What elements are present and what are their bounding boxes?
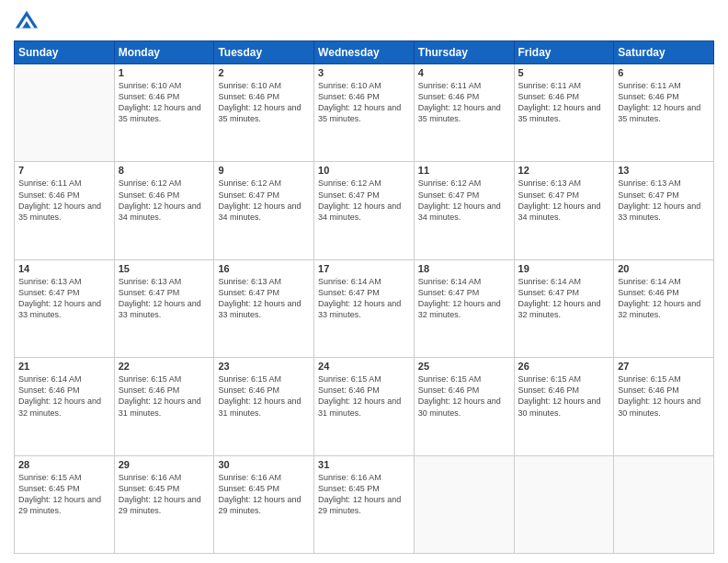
calendar-cell: 22Sunrise: 6:15 AM Sunset: 6:46 PM Dayli…: [114, 358, 214, 455]
calendar-cell: 2Sunrise: 6:10 AM Sunset: 6:46 PM Daylig…: [214, 64, 314, 162]
calendar-cell: 28Sunrise: 6:15 AM Sunset: 6:45 PM Dayli…: [15, 455, 115, 553]
day-number: 24: [318, 361, 410, 372]
day-number: 18: [418, 263, 510, 274]
day-number: 23: [218, 361, 310, 372]
day-info: Sunrise: 6:13 AM Sunset: 6:47 PM Dayligh…: [119, 276, 210, 321]
calendar-week-row: 21Sunrise: 6:14 AM Sunset: 6:46 PM Dayli…: [15, 358, 714, 455]
day-info: Sunrise: 6:11 AM Sunset: 6:46 PM Dayligh…: [618, 80, 710, 125]
day-info: Sunrise: 6:10 AM Sunset: 6:46 PM Dayligh…: [318, 80, 410, 125]
day-number: 7: [18, 165, 110, 176]
day-number: 14: [18, 263, 110, 274]
calendar-cell: 11Sunrise: 6:12 AM Sunset: 6:47 PM Dayli…: [414, 162, 514, 259]
calendar-cell: 24Sunrise: 6:15 AM Sunset: 6:46 PM Dayli…: [314, 358, 415, 455]
day-number: 4: [418, 67, 510, 78]
calendar-cell: 21Sunrise: 6:14 AM Sunset: 6:46 PM Dayli…: [15, 358, 115, 455]
weekday-header: Thursday: [414, 41, 514, 64]
day-info: Sunrise: 6:15 AM Sunset: 6:46 PM Dayligh…: [318, 373, 410, 419]
weekday-header: Sunday: [15, 41, 115, 64]
day-number: 28: [18, 459, 110, 470]
calendar-cell: 31Sunrise: 6:16 AM Sunset: 6:45 PM Dayli…: [314, 455, 415, 553]
calendar-cell: 12Sunrise: 6:13 AM Sunset: 6:47 PM Dayli…: [514, 162, 614, 259]
calendar-body: 1Sunrise: 6:10 AM Sunset: 6:46 PM Daylig…: [15, 64, 714, 554]
calendar-cell: 17Sunrise: 6:14 AM Sunset: 6:47 PM Dayli…: [314, 259, 415, 357]
day-info: Sunrise: 6:12 AM Sunset: 6:46 PM Dayligh…: [119, 178, 210, 223]
calendar-cell: 13Sunrise: 6:13 AM Sunset: 6:47 PM Dayli…: [614, 162, 714, 259]
page: SundayMondayTuesdayWednesdayThursdayFrid…: [0, 0, 728, 563]
day-info: Sunrise: 6:14 AM Sunset: 6:46 PM Dayligh…: [18, 373, 110, 419]
weekday-header: Wednesday: [314, 41, 415, 64]
calendar-week-row: 28Sunrise: 6:15 AM Sunset: 6:45 PM Dayli…: [15, 455, 714, 553]
logo-icon: [14, 9, 40, 35]
day-info: Sunrise: 6:13 AM Sunset: 6:47 PM Dayligh…: [218, 276, 310, 321]
day-number: 22: [119, 361, 210, 372]
day-number: 5: [518, 67, 610, 78]
calendar-cell: 10Sunrise: 6:12 AM Sunset: 6:47 PM Dayli…: [314, 162, 415, 259]
day-number: 21: [18, 361, 110, 372]
calendar-cell: 4Sunrise: 6:11 AM Sunset: 6:46 PM Daylig…: [414, 64, 514, 162]
day-info: Sunrise: 6:13 AM Sunset: 6:47 PM Dayligh…: [518, 178, 610, 223]
weekday-header: Monday: [114, 41, 214, 64]
calendar-week-row: 7Sunrise: 6:11 AM Sunset: 6:46 PM Daylig…: [15, 162, 714, 259]
day-info: Sunrise: 6:14 AM Sunset: 6:47 PM Dayligh…: [518, 276, 610, 321]
day-number: 30: [218, 459, 310, 470]
calendar-cell: 7Sunrise: 6:11 AM Sunset: 6:46 PM Daylig…: [15, 162, 115, 259]
calendar-cell: 16Sunrise: 6:13 AM Sunset: 6:47 PM Dayli…: [214, 259, 314, 357]
calendar-cell: [414, 455, 514, 553]
day-number: 13: [618, 165, 710, 176]
day-info: Sunrise: 6:16 AM Sunset: 6:45 PM Dayligh…: [119, 472, 210, 517]
day-number: 12: [518, 165, 610, 176]
day-info: Sunrise: 6:12 AM Sunset: 6:47 PM Dayligh…: [218, 178, 310, 223]
calendar-cell: 14Sunrise: 6:13 AM Sunset: 6:47 PM Dayli…: [15, 259, 115, 357]
day-info: Sunrise: 6:15 AM Sunset: 6:46 PM Dayligh…: [218, 373, 310, 419]
day-info: Sunrise: 6:13 AM Sunset: 6:47 PM Dayligh…: [18, 276, 110, 321]
day-info: Sunrise: 6:11 AM Sunset: 6:46 PM Dayligh…: [518, 80, 610, 125]
day-number: 31: [318, 459, 410, 470]
day-info: Sunrise: 6:12 AM Sunset: 6:47 PM Dayligh…: [418, 178, 510, 223]
day-number: 29: [119, 459, 210, 470]
logo: [14, 9, 43, 35]
day-number: 20: [618, 263, 710, 274]
day-info: Sunrise: 6:10 AM Sunset: 6:46 PM Dayligh…: [119, 80, 210, 125]
calendar-cell: 3Sunrise: 6:10 AM Sunset: 6:46 PM Daylig…: [314, 64, 415, 162]
day-number: 16: [218, 263, 310, 274]
day-info: Sunrise: 6:10 AM Sunset: 6:46 PM Dayligh…: [218, 80, 310, 125]
day-number: 3: [318, 67, 410, 78]
day-number: 15: [119, 263, 210, 274]
calendar-cell: 25Sunrise: 6:15 AM Sunset: 6:46 PM Dayli…: [414, 358, 514, 455]
calendar-cell: 6Sunrise: 6:11 AM Sunset: 6:46 PM Daylig…: [614, 64, 714, 162]
calendar-cell: [614, 455, 714, 553]
calendar-cell: 23Sunrise: 6:15 AM Sunset: 6:46 PM Dayli…: [214, 358, 314, 455]
day-info: Sunrise: 6:14 AM Sunset: 6:46 PM Dayligh…: [618, 276, 710, 321]
header: [14, 9, 714, 35]
calendar-cell: [514, 455, 614, 553]
day-info: Sunrise: 6:12 AM Sunset: 6:47 PM Dayligh…: [318, 178, 410, 223]
calendar-cell: 5Sunrise: 6:11 AM Sunset: 6:46 PM Daylig…: [514, 64, 614, 162]
calendar-week-row: 1Sunrise: 6:10 AM Sunset: 6:46 PM Daylig…: [15, 64, 714, 162]
calendar-cell: 27Sunrise: 6:15 AM Sunset: 6:46 PM Dayli…: [614, 358, 714, 455]
calendar-cell: 29Sunrise: 6:16 AM Sunset: 6:45 PM Dayli…: [114, 455, 214, 553]
day-number: 27: [618, 361, 710, 372]
weekday-header: Friday: [514, 41, 614, 64]
day-info: Sunrise: 6:15 AM Sunset: 6:46 PM Dayligh…: [418, 373, 510, 419]
day-info: Sunrise: 6:15 AM Sunset: 6:46 PM Dayligh…: [119, 373, 210, 419]
calendar-cell: 15Sunrise: 6:13 AM Sunset: 6:47 PM Dayli…: [114, 259, 214, 357]
calendar-cell: 19Sunrise: 6:14 AM Sunset: 6:47 PM Dayli…: [514, 259, 614, 357]
day-info: Sunrise: 6:15 AM Sunset: 6:46 PM Dayligh…: [618, 373, 710, 419]
calendar-cell: 18Sunrise: 6:14 AM Sunset: 6:47 PM Dayli…: [414, 259, 514, 357]
calendar-header: SundayMondayTuesdayWednesdayThursdayFrid…: [15, 41, 714, 64]
day-info: Sunrise: 6:14 AM Sunset: 6:47 PM Dayligh…: [418, 276, 510, 321]
calendar: SundayMondayTuesdayWednesdayThursdayFrid…: [14, 40, 714, 554]
calendar-cell: 20Sunrise: 6:14 AM Sunset: 6:46 PM Dayli…: [614, 259, 714, 357]
calendar-week-row: 14Sunrise: 6:13 AM Sunset: 6:47 PM Dayli…: [15, 259, 714, 357]
weekday-header: Tuesday: [214, 41, 314, 64]
day-number: 19: [518, 263, 610, 274]
weekday-row: SundayMondayTuesdayWednesdayThursdayFrid…: [15, 41, 714, 64]
day-number: 6: [618, 67, 710, 78]
day-number: 8: [119, 165, 210, 176]
calendar-cell: 9Sunrise: 6:12 AM Sunset: 6:47 PM Daylig…: [214, 162, 314, 259]
day-number: 11: [418, 165, 510, 176]
day-number: 9: [218, 165, 310, 176]
day-number: 17: [318, 263, 410, 274]
calendar-cell: 8Sunrise: 6:12 AM Sunset: 6:46 PM Daylig…: [114, 162, 214, 259]
day-info: Sunrise: 6:16 AM Sunset: 6:45 PM Dayligh…: [218, 472, 310, 517]
